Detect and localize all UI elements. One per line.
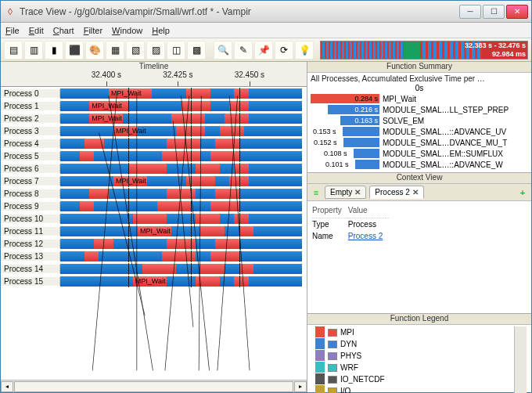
histogram-icon[interactable]: ⬛ [65, 41, 84, 59]
mpi-wait-bar[interactable] [84, 139, 104, 149]
prev-tab-icon[interactable]: ≡ [311, 187, 322, 198]
mpi-wait-bar[interactable] [200, 264, 225, 274]
process-track[interactable] [60, 214, 302, 224]
process-row[interactable]: Process 15MPI_Wait [1, 275, 307, 287]
palette-icon[interactable]: 🎨 [85, 41, 104, 59]
mpi-wait-bar[interactable] [234, 214, 249, 224]
process-track[interactable]: MPI_Wait [60, 126, 302, 136]
process-track[interactable] [60, 239, 302, 249]
process-track[interactable]: MPI_Wait [60, 114, 302, 124]
add-tab-icon[interactable]: + [517, 187, 528, 198]
process-row[interactable]: Process 2MPI_Wait [1, 112, 307, 124]
scroll-track[interactable] [14, 381, 293, 392]
tab-empty[interactable]: Empty✕ [325, 186, 366, 199]
pin-icon[interactable]: 📌 [254, 41, 273, 59]
mpi-wait-bar[interactable] [210, 201, 239, 211]
legend-item[interactable]: DYN [328, 338, 511, 350]
process-row[interactable]: Process 9 [1, 200, 307, 212]
mpi-wait-bar[interactable] [239, 226, 254, 236]
mpi-wait-bar[interactable] [84, 251, 99, 261]
process-track[interactable] [60, 189, 302, 199]
process-track[interactable] [60, 151, 302, 161]
process-track[interactable] [60, 164, 302, 174]
context-grid[interactable]: Property Value TypeProcessNameProcess 2 [307, 201, 531, 313]
legend-item[interactable]: I/O [328, 385, 511, 393]
process-row[interactable]: Process 13 [1, 250, 307, 262]
mpi-wait-bar[interactable] [142, 264, 176, 274]
function-summary[interactable]: All Processes, Accumulated Exclusive Tim… [307, 73, 531, 173]
mpi-wait-bar[interactable] [171, 114, 205, 124]
col-value[interactable]: Value [348, 204, 389, 218]
legend-item[interactable]: WRF [328, 362, 511, 373]
timeline-hscrollbar[interactable]: ◂ ▸ [1, 380, 307, 392]
mpi-wait-bar[interactable] [196, 164, 220, 174]
menu-help[interactable]: Help [152, 26, 170, 35]
titlebar[interactable]: ◊ Trace View - /g/g0/blaise/vampir/Small… [1, 1, 531, 23]
mpi-wait-bar[interactable] [239, 264, 254, 274]
process-row[interactable]: Process 0MPI_Wait [1, 87, 307, 99]
mpi-wait-bar[interactable] [80, 201, 95, 211]
mpi-wait-bar[interactable] [80, 151, 95, 161]
menu-edit[interactable]: Edit [29, 26, 44, 35]
mpi-wait-bar[interactable] [162, 151, 200, 161]
process-row[interactable]: Process 6 [1, 162, 307, 175]
tab-process-2[interactable]: Process 2✕ [369, 186, 423, 199]
process-track[interactable]: MPI_Wait [60, 226, 302, 236]
process-row[interactable]: Process 4 [1, 137, 307, 150]
process-track[interactable]: MPI_Wait [60, 176, 302, 186]
process-track[interactable]: MPI_Wait [60, 276, 302, 287]
menu-filter[interactable]: Filter [84, 26, 102, 35]
function-summary-row[interactable]: 0.152 sMODULE_SMAL…DVANCE_MU_T [311, 137, 528, 148]
mpi-wait-bar[interactable] [167, 139, 200, 149]
summary-icon[interactable]: ▤ [4, 41, 23, 59]
mpi-wait-bar[interactable] [234, 276, 249, 287]
process-track[interactable] [60, 201, 302, 211]
process-row[interactable]: Process 7MPI_Wait [1, 175, 307, 187]
process-row[interactable]: Process 12 [1, 237, 307, 250]
mpi-wait-bar[interactable] [157, 201, 191, 211]
search-icon[interactable]: ✎ [234, 41, 253, 59]
process-track[interactable] [60, 251, 302, 261]
grid2-icon[interactable]: ▨ [146, 41, 165, 59]
mpi-wait-bar[interactable] [196, 214, 220, 224]
mpi-wait-bar[interactable] [200, 226, 225, 236]
process-row[interactable]: Process 5 [1, 150, 307, 162]
mpi-wait-bar[interactable] [210, 151, 239, 161]
menu-chart[interactable]: Chart [53, 26, 74, 35]
process-row[interactable]: Process 8 [1, 187, 307, 200]
minimize-button[interactable]: ─ [459, 5, 481, 19]
function-summary-row[interactable]: 0.153 sMODULE_SMAL…::ADVANCE_UV [311, 126, 528, 137]
close-icon[interactable]: ✕ [412, 188, 419, 196]
mpi-wait-bar[interactable] [215, 239, 239, 249]
legend-item[interactable]: MPI [328, 326, 511, 338]
process-icon[interactable]: ▥ [24, 41, 43, 59]
legend-item[interactable]: IO_NETCDF [328, 373, 511, 385]
function-summary-row[interactable]: 0.284 sMPI_Wait [311, 93, 528, 104]
process-row[interactable]: Process 1MPI_Wait [1, 99, 307, 112]
function-summary-row[interactable]: 0.108 sMODULE_SMAL…EM::SUMFLUX [311, 148, 528, 159]
timeline-body[interactable]: Process 0MPI_WaitProcess 1MPI_WaitProces… [1, 87, 307, 380]
function-summary-row[interactable]: 0.101 sMODULE_SMAL…::ADVANCE_W [311, 159, 528, 170]
navigation-thumbnail[interactable]: 32.383 s - 32.476 s 92.984 ms [320, 41, 528, 59]
mpi-wait-bar[interactable] [186, 88, 210, 99]
mpi-wait-bar[interactable] [128, 164, 167, 174]
grid1-icon[interactable]: ▧ [126, 41, 145, 59]
compare-icon[interactable]: ◫ [167, 41, 185, 59]
legend-vscrollbar[interactable] [514, 326, 527, 393]
bulb-icon[interactable]: 💡 [295, 41, 314, 59]
mpi-wait-bar[interactable] [234, 88, 249, 99]
mpi-wait-bar[interactable] [220, 126, 244, 136]
mpi-wait-bar[interactable] [215, 139, 239, 149]
mpi-wait-bar[interactable] [215, 189, 239, 199]
process-track[interactable]: MPI_Wait [60, 101, 302, 111]
menu-file[interactable]: File [5, 26, 20, 35]
process-row[interactable]: Process 11MPI_Wait [1, 225, 307, 237]
maximize-button[interactable]: ☐ [483, 5, 505, 19]
scroll-right-button[interactable]: ▸ [294, 381, 307, 392]
matrix-icon[interactable]: ▩ [187, 41, 206, 59]
mpi-wait-bar[interactable] [225, 114, 249, 124]
close-button[interactable]: ✕ [506, 5, 528, 19]
mpi-wait-bar[interactable] [234, 164, 249, 174]
mpi-wait-bar[interactable] [89, 189, 109, 199]
legend-item[interactable]: PHYS [328, 350, 511, 362]
